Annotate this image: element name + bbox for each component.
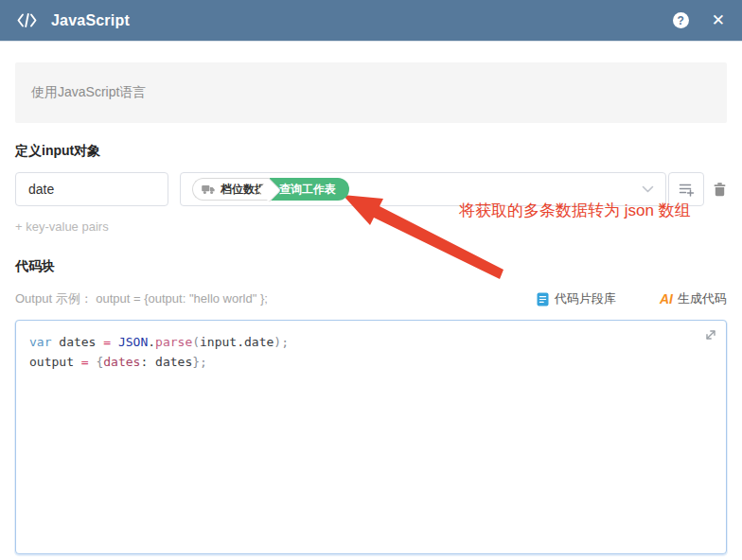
javascript-node-dialog: JavaScript ? ✕ 使用JavaScript语言 定义input对象 [0, 0, 742, 560]
info-banner: 使用JavaScript语言 [15, 62, 727, 123]
code-section-title: 代码块 [15, 258, 727, 275]
chevron-down-icon [642, 185, 654, 193]
code-content: var dates = JSON.parse(input.date);outpu… [29, 332, 713, 372]
help-icon[interactable]: ? [673, 12, 689, 28]
field-reference-tag[interactable]: 档位数据 查询工作表 [192, 178, 349, 201]
tag-source-label: 档位数据 [221, 182, 266, 198]
code-hint-row: Output 示例： output = {output: "hello worl… [15, 290, 727, 307]
trash-icon [713, 182, 727, 197]
document-icon [537, 292, 549, 306]
output-example-hint: Output 示例： output = {output: "hello worl… [15, 290, 537, 307]
code-snippet-library-button[interactable]: 代码片段库 [537, 290, 616, 307]
ai-generate-code-button[interactable]: AI 生成代码 [660, 290, 727, 307]
dialog-title: JavaScript [51, 12, 673, 29]
dialog-header: JavaScript ? ✕ [0, 0, 742, 42]
add-key-value-link[interactable]: + key-value pairs [15, 219, 727, 234]
close-icon[interactable]: ✕ [712, 12, 725, 28]
playlist-add-icon [679, 182, 695, 197]
truck-icon [202, 184, 215, 195]
ai-generate-label: 生成代码 [678, 290, 727, 307]
code-icon [17, 13, 37, 27]
expand-editor-icon[interactable] [704, 327, 717, 347]
snippet-library-label: 代码片段库 [555, 290, 616, 307]
ai-badge: AI [660, 291, 673, 306]
tag-source-segment: 档位数据 [192, 178, 270, 201]
annotation-text: 将获取的多条数据转为 json 数组 [459, 200, 691, 221]
code-editor[interactable]: var dates = JSON.parse(input.date);outpu… [15, 320, 727, 554]
key-input[interactable] [15, 172, 168, 206]
dialog-body: 使用JavaScript语言 定义input对象 档位数据 查询工作表 [0, 62, 742, 554]
delete-row-button[interactable] [713, 182, 727, 197]
input-section-title: 定义input对象 [15, 143, 727, 160]
